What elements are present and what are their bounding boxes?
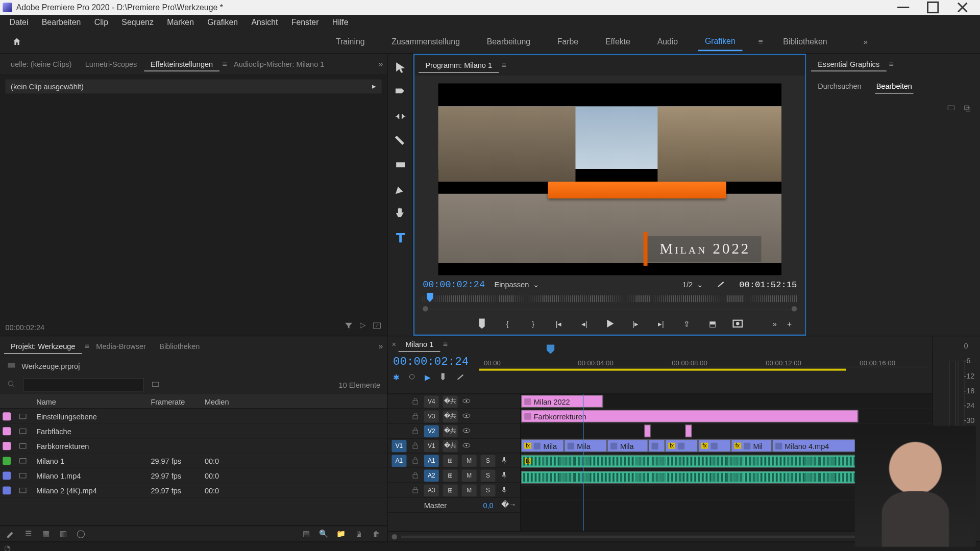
track-target-V1[interactable]: V1 <box>424 440 439 452</box>
project-search-input[interactable] <box>23 378 144 391</box>
mute-button[interactable]: M <box>462 469 477 482</box>
clip[interactable]: fx <box>698 439 730 452</box>
list-view-icon[interactable]: ☰ <box>23 529 34 539</box>
lock-icon[interactable] <box>410 411 420 421</box>
track-target-A1[interactable]: A1 <box>424 455 439 467</box>
minimize-button[interactable] <box>889 0 918 15</box>
maximize-button[interactable] <box>918 0 948 15</box>
ripple-edit-tool[interactable] <box>393 109 407 124</box>
visibility-icon[interactable] <box>462 440 471 451</box>
tab-close-icon[interactable]: × <box>391 340 396 348</box>
ws-bibliotheken[interactable]: Bibliotheken <box>776 33 834 50</box>
program-scrubber[interactable] <box>423 295 797 302</box>
project-item[interactable]: Milano 2 (4K).mp4 29,97 fps 00:0 <box>0 483 387 498</box>
tab-program-menu-icon[interactable]: ≡ <box>501 61 506 70</box>
pen-tool[interactable] <box>393 182 407 196</box>
clip[interactable]: Farbkorrekturen <box>521 410 859 422</box>
col-framerate[interactable]: Framerate <box>151 397 204 406</box>
lock-icon[interactable] <box>410 396 420 407</box>
project-item[interactable]: Farbkorrekturen <box>0 439 387 454</box>
visibility-icon[interactable] <box>462 411 471 421</box>
marker-icon[interactable] <box>438 372 447 383</box>
transport-overflow-icon[interactable]: » <box>773 319 777 328</box>
timeline-settings-icon[interactable] <box>456 372 465 383</box>
menu-clip[interactable]: Clip <box>88 16 115 29</box>
work-area-bar[interactable] <box>479 367 927 371</box>
linked-selection-icon[interactable] <box>407 372 416 383</box>
solo-button[interactable]: S <box>481 484 496 496</box>
new-bin-icon[interactable] <box>151 380 160 390</box>
sync-lock-icon[interactable]: �共 <box>443 440 458 452</box>
track-target-V4[interactable]: V4 <box>424 395 439 408</box>
tab-source[interactable]: uelle: (keine Clips) <box>4 57 79 70</box>
edit-pencil-icon[interactable] <box>6 529 16 539</box>
tab-audio-mixer[interactable]: Audioclip-Mischer: Milano 1 <box>227 57 331 70</box>
mark-out-button[interactable]: } <box>526 317 540 330</box>
expand-icon[interactable]: �→ <box>501 500 516 509</box>
mute-button[interactable]: M <box>462 484 477 496</box>
project-item[interactable]: Milano 1.mp4 29,97 fps 00:0 <box>0 468 387 483</box>
zoom-slider-icon[interactable]: ◯ <box>76 529 86 539</box>
source-overflow-icon[interactable]: » <box>379 59 383 68</box>
go-to-in-button[interactable]: |◂ <box>552 317 565 330</box>
lock-icon[interactable] <box>410 470 420 481</box>
voiceover-icon[interactable] <box>499 470 508 481</box>
tab-media-browser[interactable]: Media-Browser <box>89 340 153 353</box>
program-zoom-scroll[interactable] <box>423 306 797 312</box>
icon-view-icon[interactable]: ▦ <box>40 529 51 539</box>
clip[interactable]: Mila <box>564 439 607 452</box>
tab-effect-controls[interactable]: Effekteinstellungen <box>144 57 220 71</box>
clip[interactable]: Milan 2022 <box>521 395 603 408</box>
col-name[interactable]: Name <box>36 397 151 406</box>
track-target-A3[interactable]: A3 <box>424 484 439 496</box>
zoom-out-handle[interactable] <box>391 534 397 539</box>
new-item-icon[interactable]: 🗎 <box>353 529 364 539</box>
play-button[interactable] <box>603 317 617 330</box>
menu-sequenz[interactable]: Sequenz <box>115 16 160 29</box>
menu-marken[interactable]: Marken <box>160 16 201 29</box>
slip-tool[interactable] <box>393 158 407 172</box>
clip[interactable]: fx <box>665 439 698 452</box>
snap-icon[interactable]: ✱ <box>393 373 399 382</box>
sync-lock-icon[interactable]: ⊞ <box>443 469 458 482</box>
master-value[interactable]: 0,0 <box>483 501 493 509</box>
timeline-zoom-scroll[interactable] <box>388 531 933 541</box>
lift-button[interactable]: ⇪ <box>680 317 693 330</box>
track-select-tool[interactable] <box>393 85 407 99</box>
source-patch-A1[interactable]: A1 <box>391 455 406 467</box>
sync-lock-icon[interactable]: �共 <box>443 410 458 422</box>
tab-essential-graphics[interactable]: Essential Graphics <box>811 57 886 71</box>
lock-icon[interactable] <box>410 440 420 451</box>
play-only-icon[interactable]: ▷ <box>360 321 365 332</box>
voiceover-icon[interactable] <box>499 485 508 495</box>
tab-timeline-seq[interactable]: Milano 1 <box>399 337 440 352</box>
menu-hilfe[interactable]: Hilfe <box>326 16 355 29</box>
menu-fenster[interactable]: Fenster <box>285 16 326 29</box>
visibility-icon[interactable] <box>462 396 471 407</box>
export-frame-button[interactable] <box>731 317 744 330</box>
go-to-out-button[interactable]: ▸| <box>654 317 668 330</box>
search-icon[interactable] <box>7 380 16 390</box>
sync-lock-icon[interactable]: ⊞ <box>443 455 458 467</box>
trash-icon[interactable]: 🗑 <box>371 529 382 539</box>
tab-libraries[interactable]: Bibliotheken <box>153 340 206 353</box>
mute-button[interactable]: M <box>462 455 477 467</box>
tab-project-menu-icon[interactable]: ≡ <box>85 342 89 351</box>
scrub-playhead[interactable] <box>426 293 433 302</box>
close-button[interactable] <box>948 0 977 15</box>
clip[interactable]: fxMila <box>521 439 565 452</box>
hscroll-bar[interactable] <box>401 535 919 538</box>
type-tool[interactable] <box>393 230 407 245</box>
ws-grafiken-menu-icon[interactable]: ≡ <box>758 37 763 46</box>
settings-icon[interactable] <box>716 279 725 290</box>
mark-in-button[interactable]: { <box>501 317 514 330</box>
ws-bearbeitung[interactable]: Bearbeitung <box>480 33 537 50</box>
tab-lumetri-scopes[interactable]: Lumetri-Scopes <box>79 57 144 70</box>
freeform-view-icon[interactable]: ▥ <box>58 529 68 539</box>
clip[interactable]: Milano 4.mp4 <box>772 439 858 452</box>
title-overlay[interactable]: Milan 2022 <box>646 236 761 262</box>
visibility-icon[interactable] <box>462 425 471 436</box>
filter-icon[interactable] <box>344 321 353 332</box>
sync-lock-icon[interactable]: �共 <box>443 395 458 408</box>
clip[interactable] <box>648 439 665 452</box>
